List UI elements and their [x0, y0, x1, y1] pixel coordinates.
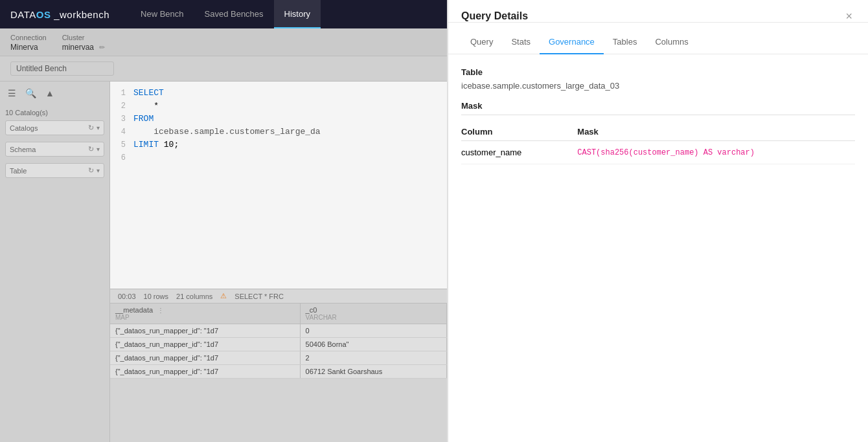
query-details-panel: Query Details × Query Stats Governance T… — [447, 0, 868, 442]
cell-metadata-2: {"_dataos_run_mapper_id": "1d7 — [110, 338, 300, 351]
connection-value: Minerva — [10, 43, 38, 52]
bench-title-input[interactable] — [10, 61, 114, 76]
results-table: __metadata ⋮ MAP _c0 VARCHAR {"_dataos_r… — [110, 303, 447, 379]
cols-count: 21 columns — [176, 293, 212, 300]
cell-c0-3: 2 — [300, 351, 446, 365]
gov-mask-value: CAST(sha256(customer_name) AS varchar) — [551, 141, 855, 164]
line-num-2: 2 — [110, 100, 133, 113]
connection-label: Connection — [10, 34, 47, 41]
mask-section-title: Mask — [461, 101, 855, 111]
line-content-5: LIMIT 10; — [133, 138, 447, 151]
col-header-metadata: __metadata ⋮ MAP — [110, 304, 300, 324]
code-editor[interactable]: 1 SELECT 2 * 3 FROM 4 icebase.sample.cus… — [110, 82, 447, 289]
cell-metadata-4: {"_dataos_run_mapper_id": "1d7 — [110, 365, 300, 379]
sidebar-toolbar: ☰ 🔍 ▲ — [5, 87, 104, 100]
tab-stats[interactable]: Stats — [502, 30, 540, 54]
warning-icon: ⚠ — [220, 292, 227, 300]
schema-select[interactable]: Schema ↻ ▾ — [5, 142, 104, 157]
cell-c0-2: 50406 Borna" — [300, 338, 446, 351]
sidebar: ☰ 🔍 ▲ 10 Catalog(s) Catalogs ↻ ▾ Schema … — [0, 82, 110, 442]
gov-col-header: Column — [461, 123, 551, 141]
workbench-panel: DATAOS _workbench New Bench Saved Benche… — [0, 0, 447, 442]
main-content: ☰ 🔍 ▲ 10 Catalog(s) Catalogs ↻ ▾ Schema … — [0, 82, 447, 442]
query-details-header: Query Details × — [448, 0, 868, 23]
line-num-4: 4 — [110, 126, 133, 138]
catalogs-label: Catalogs — [10, 124, 38, 132]
schema-chevron-icon: ▾ — [97, 146, 100, 153]
warning-text: SELECT * FRC — [234, 293, 284, 300]
line-content-2: * — [133, 100, 447, 113]
cell-c0-4: 06712 Sankt Goarshaus — [300, 365, 446, 379]
table-row: {"_dataos_run_mapper_id": "1d7 2 — [110, 351, 447, 365]
table-section-title: Table — [461, 67, 855, 77]
tab-tables[interactable]: Tables — [604, 30, 646, 54]
cluster-value: minervaa — [62, 43, 94, 52]
query-details-tabs: Query Stats Governance Tables Columns — [448, 30, 868, 54]
table-row: {"_dataos_run_mapper_id": "1d7 0 — [110, 324, 447, 338]
tab-governance[interactable]: Governance — [540, 30, 604, 54]
mask-divider — [461, 115, 855, 115]
line-num-5: 5 — [110, 138, 133, 151]
close-button[interactable]: × — [843, 10, 855, 22]
gov-column-name: customer_name — [461, 141, 551, 164]
line-num-3: 3 — [110, 113, 133, 126]
governance-table: Column Mask customer_name CAST(sha256(cu… — [461, 123, 855, 164]
tab-columns[interactable]: Columns — [646, 30, 697, 54]
code-line-5: 5 LIMIT 10; — [110, 138, 447, 151]
line-num-6: 6 — [110, 151, 133, 164]
cluster-info: Cluster minervaa ✏ — [62, 32, 105, 52]
editor-area: 1 SELECT 2 * 3 FROM 4 icebase.sample.cus… — [110, 82, 447, 442]
connection-bar: Connection Minerva Cluster minervaa ✏ — [0, 28, 447, 56]
table-chevron-icon: ▾ — [97, 167, 100, 174]
tab-new-bench[interactable]: New Bench — [130, 0, 194, 28]
logo-os: OS — [36, 9, 51, 20]
tab-history[interactable]: History — [274, 0, 321, 28]
table-select[interactable]: Table ↻ ▾ — [5, 163, 104, 178]
nav-tabs: New Bench Saved Benches History — [130, 0, 321, 28]
tab-query[interactable]: Query — [461, 30, 502, 54]
edit-cluster-icon[interactable]: ✏ — [99, 43, 105, 51]
logo: DATAOS _workbench — [10, 9, 109, 20]
table-header-row: __metadata ⋮ MAP _c0 VARCHAR — [110, 304, 447, 324]
cell-metadata-1: {"_dataos_run_mapper_id": "1d7 — [110, 324, 300, 338]
gov-table-row: customer_name CAST(sha256(customer_name)… — [461, 141, 855, 164]
gov-mask-header: Mask — [551, 123, 855, 141]
rows-count: 10 rows — [144, 293, 169, 300]
results-bar: 00:03 10 rows 21 columns ⚠ SELECT * FRC — [110, 289, 447, 303]
table-section-value: icebase.sample.customers_large_data_03 — [461, 81, 855, 91]
code-line-3: 3 FROM — [110, 113, 447, 126]
refresh-icon[interactable]: ↻ — [88, 124, 94, 132]
refresh-schema-icon[interactable]: ↻ — [88, 145, 94, 153]
data-table: __metadata ⋮ MAP _c0 VARCHAR {"_dataos_r… — [110, 304, 447, 379]
line-content-1: SELECT — [133, 87, 447, 100]
table-row: {"_dataos_run_mapper_id": "1d7 06712 San… — [110, 365, 447, 379]
tab-saved-benches[interactable]: Saved Benches — [194, 0, 274, 28]
gov-table-header-row: Column Mask — [461, 123, 855, 141]
query-details-content: Table icebase.sample.customers_large_dat… — [448, 54, 868, 442]
code-line-1: 1 SELECT — [110, 87, 447, 100]
collapse-icon[interactable]: ▲ — [43, 87, 57, 100]
search-icon[interactable]: 🔍 — [23, 87, 39, 100]
line-num-1: 1 — [110, 87, 133, 100]
line-content-3: FROM — [133, 113, 447, 126]
code-line-6: 6 — [110, 151, 447, 164]
col-menu-icon[interactable]: ⋮ — [157, 307, 164, 314]
logo-rest: _workbench — [51, 9, 109, 20]
table-row: {"_dataos_run_mapper_id": "1d7 50406 Bor… — [110, 338, 447, 351]
cell-metadata-3: {"_dataos_run_mapper_id": "1d7 — [110, 351, 300, 365]
query-details-title: Query Details — [461, 10, 528, 22]
cluster-label: Cluster — [62, 34, 85, 41]
connection-info: Connection Minerva — [10, 32, 47, 52]
chevron-down-icon: ▾ — [97, 124, 100, 131]
refresh-table-icon[interactable]: ↻ — [88, 166, 94, 175]
schema-label: Schema — [10, 146, 36, 153]
cell-c0-1: 0 — [300, 324, 446, 338]
logo-data: DATA — [10, 9, 36, 20]
top-nav: DATAOS _workbench New Bench Saved Benche… — [0, 0, 447, 28]
code-line-2: 2 * — [110, 100, 447, 113]
menu-icon[interactable]: ☰ — [5, 87, 19, 100]
code-line-4: 4 icebase.sample.customers_large_da — [110, 126, 447, 138]
line-content-4: icebase.sample.customers_large_da — [133, 126, 447, 138]
table-label: Table — [10, 167, 27, 175]
catalogs-select[interactable]: Catalogs ↻ ▾ — [5, 120, 104, 135]
